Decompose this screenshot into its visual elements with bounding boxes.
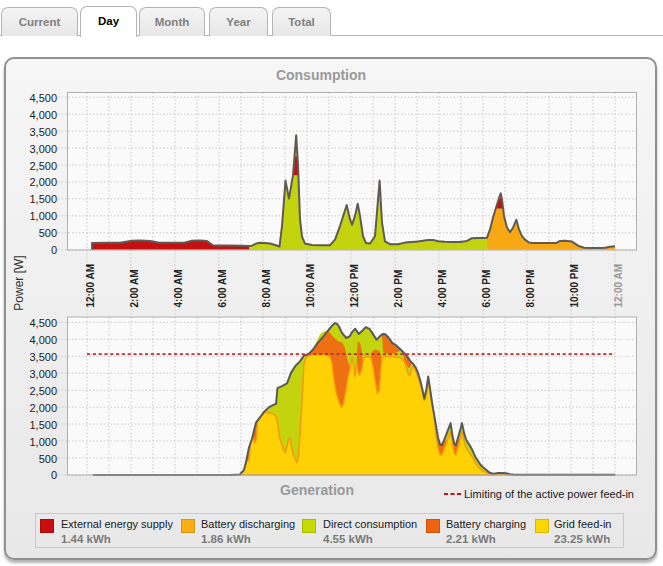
svg-text:1,500: 1,500 [29,419,57,431]
svg-text:2,000: 2,000 [29,402,57,414]
svg-text:4,000: 4,000 [29,334,57,346]
svg-text:4,500: 4,500 [29,92,57,104]
svg-text:500: 500 [39,453,57,465]
svg-text:8:00 PM: 8:00 PM [525,270,536,308]
svg-text:6:00 AM: 6:00 AM [217,270,228,308]
svg-text:Power [W]: Power [W] [12,255,26,310]
svg-text:2:00 AM: 2:00 AM [129,270,140,308]
svg-text:500: 500 [39,227,57,239]
svg-text:12:00 PM: 12:00 PM [349,264,360,307]
svg-text:2,000: 2,000 [29,176,57,188]
svg-text:3,500: 3,500 [29,126,57,138]
svg-text:12:00 AM: 12:00 AM [85,264,96,308]
svg-text:1,000: 1,000 [29,436,57,448]
svg-text:12:00 AM: 12:00 AM [613,264,624,308]
svg-text:10:00 PM: 10:00 PM [569,264,580,307]
svg-text:1,500: 1,500 [29,193,57,205]
svg-text:4:00 PM: 4:00 PM [437,270,448,308]
svg-text:2,500: 2,500 [29,160,57,172]
svg-text:4:00 AM: 4:00 AM [173,270,184,308]
svg-text:2,500: 2,500 [29,385,57,397]
svg-text:10:00 AM: 10:00 AM [305,264,316,308]
svg-text:3,000: 3,000 [29,143,57,155]
svg-text:2:00 PM: 2:00 PM [393,270,404,308]
svg-text:0: 0 [51,469,57,481]
svg-text:3,500: 3,500 [29,351,57,363]
svg-text:6:00 PM: 6:00 PM [481,270,492,308]
svg-text:Consumption: Consumption [276,67,366,83]
svg-text:Generation: Generation [280,482,354,498]
svg-text:4,500: 4,500 [29,317,57,329]
svg-text:Limiting of the active power f: Limiting of the active power feed-in [464,488,634,500]
svg-text:3,000: 3,000 [29,368,57,380]
svg-text:8:00 AM: 8:00 AM [261,270,272,308]
svg-text:4,000: 4,000 [29,109,57,121]
svg-text:1,000: 1,000 [29,210,57,222]
svg-text:0: 0 [51,244,57,256]
